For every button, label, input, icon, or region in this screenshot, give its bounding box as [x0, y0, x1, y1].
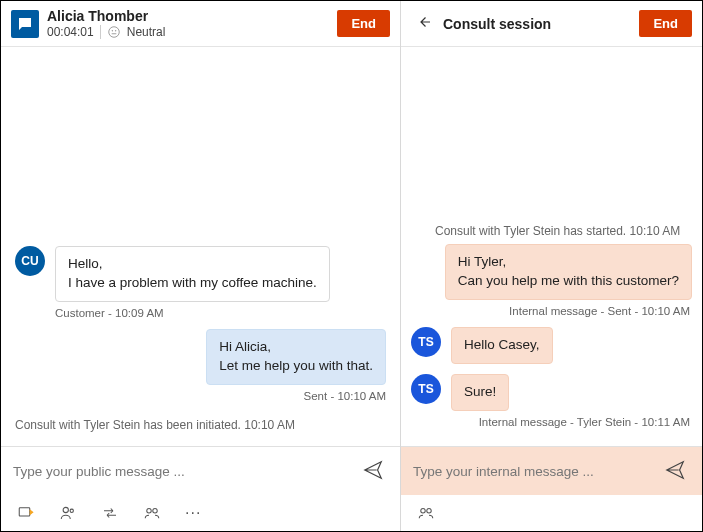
composer-toolbar: ··· — [1, 495, 400, 531]
consult-initiated-text: Consult with Tyler Stein has been initia… — [15, 418, 386, 432]
session-timer: 00:04:01 — [47, 25, 94, 39]
send-public-button[interactable] — [358, 455, 388, 488]
customer-message-row: CU Hello, I have a problem with my coffe… — [15, 246, 386, 302]
send-internal-button[interactable] — [660, 455, 690, 488]
svg-point-10 — [427, 509, 432, 514]
svg-point-8 — [153, 509, 158, 514]
public-composer: ··· — [1, 446, 400, 531]
customer-chat-panel: Alicia Thomber 00:04:01 Neutral End CU H… — [1, 1, 401, 531]
customer-name: Alicia Thomber — [47, 8, 337, 25]
end-customer-session-button[interactable]: End — [337, 10, 390, 37]
svg-point-7 — [147, 509, 152, 514]
consult-panel: Consult session End Consult with Tyler S… — [401, 1, 702, 531]
internal-consult-icon[interactable] — [415, 502, 437, 524]
transfer-icon[interactable] — [99, 502, 121, 524]
svg-point-6 — [70, 509, 73, 512]
internal-in-row-2: TS Sure! — [411, 374, 692, 411]
customer-chat-header: Alicia Thomber 00:04:01 Neutral End — [1, 1, 400, 47]
svg-rect-4 — [19, 508, 30, 516]
agent-message-row: Hi Alicia, Let me help you with that. — [15, 329, 386, 385]
svg-point-9 — [421, 509, 426, 514]
back-button[interactable] — [411, 9, 437, 38]
internal-composer-toolbar — [401, 495, 702, 531]
agent-message-bubble: Hi Alicia, Let me help you with that. — [206, 329, 386, 385]
customer-avatar: CU — [15, 246, 45, 276]
consult-header: Consult session End — [401, 1, 702, 47]
end-consult-button[interactable]: End — [639, 10, 692, 37]
customer-message-meta: Customer - 10:09 AM — [55, 307, 386, 319]
customer-message-bubble: Hello, I have a problem with my coffee m… — [55, 246, 330, 302]
internal-in-row-1: TS Hello Casey, — [411, 327, 692, 364]
consult-started-text: Consult with Tyler Stein has started. 10… — [435, 224, 692, 238]
consult-icon[interactable] — [141, 502, 163, 524]
internal-in-bubble-1: Hello Casey, — [451, 327, 553, 364]
svg-point-5 — [63, 507, 68, 512]
svg-point-0 — [108, 27, 119, 38]
chat-icon — [11, 10, 39, 38]
internal-out-meta: Internal message - Sent - 10:10 AM — [411, 305, 692, 317]
divider — [100, 25, 101, 39]
quick-reply-icon[interactable] — [15, 502, 37, 524]
sentiment-label: Neutral — [127, 25, 166, 39]
ellipsis-icon: ··· — [185, 505, 201, 521]
internal-in-meta: Internal message - Tyler Stein - 10:11 A… — [411, 416, 692, 428]
svg-point-3 — [115, 30, 116, 31]
consult-chat-body: Consult with Tyler Stein has started. 10… — [401, 47, 702, 446]
customer-chat-body: CU Hello, I have a problem with my coffe… — [1, 47, 400, 446]
knowledge-icon[interactable] — [57, 502, 79, 524]
consultant-avatar: TS — [411, 374, 441, 404]
consultant-avatar: TS — [411, 327, 441, 357]
internal-in-bubble-2: Sure! — [451, 374, 509, 411]
sentiment-neutral-icon — [107, 25, 121, 39]
internal-out-row: Hi Tyler, Can you help me with this cust… — [411, 244, 692, 300]
agent-message-meta: Sent - 10:10 AM — [15, 390, 386, 402]
svg-point-2 — [112, 30, 113, 31]
consult-title: Consult session — [443, 16, 639, 32]
public-message-input[interactable] — [13, 464, 358, 479]
more-actions-button[interactable]: ··· — [183, 503, 203, 523]
internal-message-input[interactable] — [413, 464, 660, 479]
internal-composer — [401, 446, 702, 531]
internal-out-bubble: Hi Tyler, Can you help me with this cust… — [445, 244, 692, 300]
customer-info: Alicia Thomber 00:04:01 Neutral — [47, 8, 337, 39]
